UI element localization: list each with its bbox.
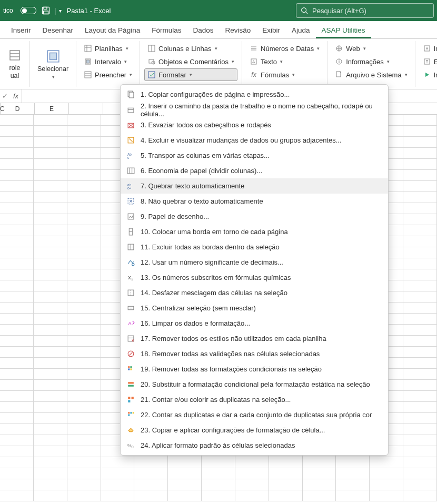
tab-desenhar[interactable]: Desenhar: [37, 23, 80, 38]
cell[interactable]: [0, 347, 34, 357]
cell[interactable]: [67, 424, 101, 435]
cell[interactable]: [303, 479, 336, 490]
menu-item-10[interactable]: 10. Colocar uma borda em torno de cada p…: [121, 224, 388, 239]
cell[interactable]: [34, 236, 67, 247]
menu-item-4[interactable]: 4. Excluir e visualizar mudanças de dado…: [121, 133, 388, 148]
menu-item-12[interactable]: 12. Usar um número significante de decim…: [121, 255, 388, 270]
cell[interactable]: [403, 181, 437, 191]
cell[interactable]: [34, 314, 67, 324]
cell[interactable]: [67, 148, 101, 158]
cell[interactable]: [269, 457, 303, 468]
cell[interactable]: [134, 479, 168, 490]
cell[interactable]: [34, 291, 67, 302]
tab-dados[interactable]: Dados: [187, 23, 219, 38]
cell[interactable]: [34, 170, 67, 180]
cell[interactable]: [67, 126, 101, 136]
cell[interactable]: [0, 159, 34, 169]
cell[interactable]: [168, 479, 202, 490]
cell[interactable]: [0, 479, 34, 490]
cell[interactable]: [67, 358, 101, 368]
cell[interactable]: [0, 258, 34, 269]
cell[interactable]: [303, 457, 336, 468]
menu-item-7[interactable]: abc↵7. Quebrar texto automaticamente: [121, 178, 388, 194]
cell[interactable]: [67, 137, 101, 147]
cell[interactable]: [0, 468, 34, 479]
cell[interactable]: [67, 280, 101, 291]
cell[interactable]: [0, 115, 34, 125]
cell[interactable]: [0, 192, 34, 203]
cell[interactable]: [67, 291, 101, 302]
cell[interactable]: [403, 148, 437, 158]
cell[interactable]: [235, 479, 269, 490]
menu-item-20[interactable]: 20. Substituir a formatação condicional …: [121, 377, 388, 392]
cell[interactable]: [34, 203, 67, 214]
planilhas-button[interactable]: Planilhas▾: [81, 42, 135, 55]
cell[interactable]: [202, 468, 235, 479]
cell[interactable]: [403, 457, 437, 468]
tab-inserir[interactable]: Inserir: [5, 23, 37, 38]
cell[interactable]: [67, 214, 101, 225]
cell[interactable]: [67, 479, 101, 490]
menu-item-23[interactable]: 23. Copiar e aplicar configurações de fo…: [121, 422, 388, 438]
web-button[interactable]: Web▾: [332, 42, 411, 55]
cell[interactable]: [403, 402, 437, 412]
cell[interactable]: [101, 490, 135, 501]
cell[interactable]: [34, 457, 67, 468]
cell[interactable]: [403, 170, 437, 180]
menu-item-5[interactable]: Abc5. Transpor as colunas em várias etap…: [121, 148, 388, 163]
cell[interactable]: [34, 424, 67, 435]
texto-button[interactable]: ATexto▾: [246, 55, 323, 68]
cell[interactable]: [0, 457, 34, 468]
cell[interactable]: [403, 236, 437, 247]
cell[interactable]: [403, 435, 437, 446]
cell[interactable]: [303, 468, 336, 479]
tab-revisao[interactable]: Revisão: [219, 23, 256, 38]
cell[interactable]: [403, 280, 437, 291]
cell[interactable]: [235, 468, 269, 479]
col-header[interactable]: D: [1, 103, 35, 114]
cell[interactable]: [403, 314, 437, 324]
cell[interactable]: [403, 369, 437, 379]
cell[interactable]: [403, 225, 437, 236]
menu-item-21[interactable]: 21. Contar e/ou colorir as duplicatas na…: [121, 392, 388, 407]
cell[interactable]: [67, 369, 101, 379]
cell[interactable]: [403, 479, 437, 490]
cell[interactable]: [34, 413, 67, 424]
cell[interactable]: [0, 446, 34, 457]
cell[interactable]: [0, 225, 34, 236]
menu-item-14[interactable]: 14. Desfazer mesclagem das células na se…: [121, 285, 388, 300]
cell[interactable]: [34, 280, 67, 291]
menu-item-15[interactable]: 15. Centralizar seleção (sem mesclar): [121, 300, 388, 316]
cell[interactable]: [34, 435, 67, 446]
cell[interactable]: [67, 236, 101, 247]
tab-asap-utilities[interactable]: ASAP Utilities: [316, 23, 371, 38]
cell[interactable]: [403, 115, 437, 125]
cell[interactable]: [0, 314, 34, 324]
cell[interactable]: [67, 170, 101, 180]
tab-exibir[interactable]: Exibir: [256, 23, 286, 38]
formulas-button[interactable]: fxFórmulas▾: [246, 68, 323, 81]
menu-item-22[interactable]: 22. Contar as duplicatas e dar a cada co…: [121, 407, 388, 422]
cell[interactable]: [403, 291, 437, 302]
tab-ajuda[interactable]: Ajuda: [286, 23, 316, 38]
cell[interactable]: [34, 336, 67, 346]
cell[interactable]: [67, 203, 101, 214]
formatar-button[interactable]: Formatar▾: [144, 68, 237, 81]
cell[interactable]: [67, 391, 101, 401]
cell[interactable]: [0, 236, 34, 247]
tab-formulas[interactable]: Fórmulas: [146, 23, 187, 38]
cell[interactable]: [0, 181, 34, 191]
cell[interactable]: [336, 468, 370, 479]
cell[interactable]: [34, 380, 67, 390]
cell[interactable]: [0, 424, 34, 435]
cell[interactable]: [34, 148, 67, 158]
cell[interactable]: [67, 181, 101, 191]
cell[interactable]: [370, 490, 403, 501]
cell[interactable]: [67, 225, 101, 236]
menu-item-3[interactable]: 3. Esvaziar todos os cabeçalhos e rodapé…: [121, 117, 388, 133]
cell[interactable]: [101, 457, 135, 468]
menu-item-18[interactable]: 18. Remover todas as validações nas célu…: [121, 346, 388, 361]
cell[interactable]: [67, 115, 101, 125]
col-header[interactable]: E: [35, 103, 69, 114]
cell[interactable]: [134, 490, 168, 501]
